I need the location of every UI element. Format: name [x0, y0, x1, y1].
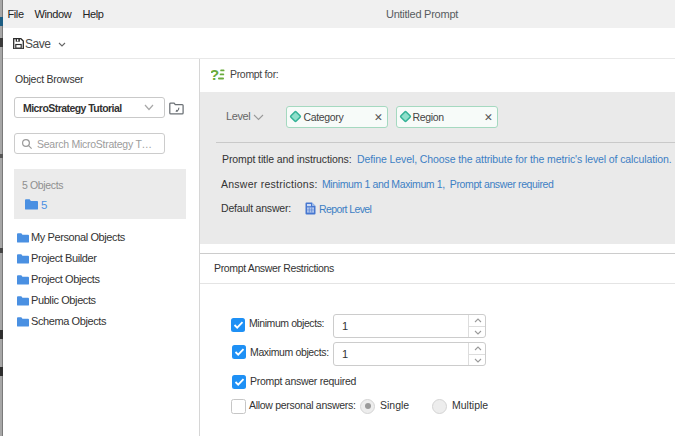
- svg-text:?: ?: [211, 66, 219, 83]
